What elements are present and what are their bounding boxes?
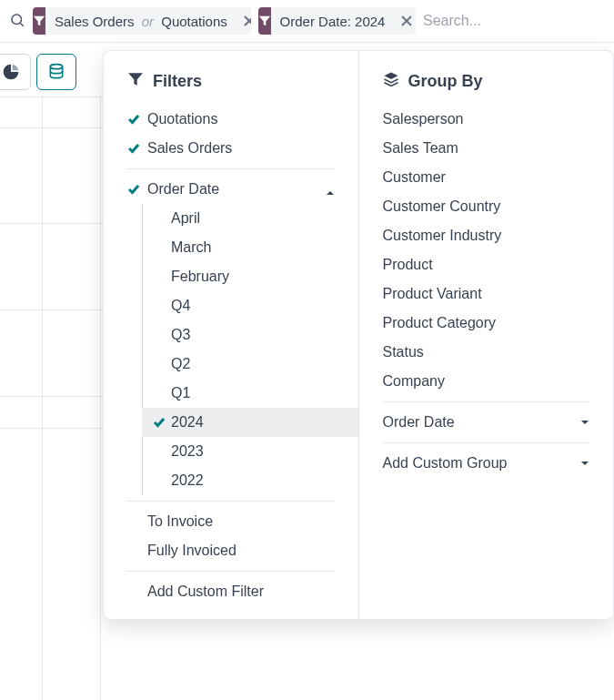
- filter-to-invoice[interactable]: To Invoice: [104, 507, 358, 536]
- svg-point-0: [12, 15, 22, 25]
- filter-option-2023[interactable]: 2023: [142, 437, 358, 466]
- group-salesperson[interactable]: Salesperson: [359, 105, 614, 134]
- facet-label: Sales Orders or Quotations: [45, 14, 237, 29]
- close-icon[interactable]: [394, 7, 416, 35]
- check-icon: [127, 114, 140, 125]
- facet-label: Order Date: 2024: [271, 14, 395, 29]
- view-pie-button[interactable]: [0, 54, 31, 90]
- group-sales-team[interactable]: Sales Team: [359, 134, 614, 163]
- search-panel: Filters Quotations Sales Orders Order Da…: [103, 50, 614, 620]
- facet-sales-quotations[interactable]: Sales Orders or Quotations: [33, 7, 251, 35]
- view-pivot-button[interactable]: [36, 54, 76, 90]
- group-customer-country[interactable]: Customer Country: [359, 192, 614, 221]
- check-icon: [127, 143, 140, 154]
- filter-option-2022[interactable]: 2022: [142, 466, 358, 495]
- close-icon[interactable]: [237, 7, 251, 35]
- group-customer[interactable]: Customer: [359, 163, 614, 192]
- filter-order-date[interactable]: Order Date: [104, 175, 358, 204]
- filter-option-q4[interactable]: Q4: [142, 291, 358, 320]
- filters-heading: Filters: [104, 60, 358, 105]
- svg-point-6: [50, 65, 62, 69]
- filter-option-2024[interactable]: 2024: [142, 408, 358, 437]
- caret-up-icon: [326, 185, 335, 194]
- group-customer-industry[interactable]: Customer Industry: [359, 221, 614, 250]
- filter-icon: [33, 7, 45, 35]
- search-input[interactable]: [423, 13, 605, 29]
- group-order-date[interactable]: Order Date: [359, 408, 614, 437]
- group-by-column: Group By Salesperson Sales Team Customer…: [359, 51, 614, 619]
- check-icon: [127, 184, 140, 195]
- layers-icon: [383, 71, 399, 92]
- order-date-options: April March February Q4 Q3 Q2 Q1 2024 20…: [142, 204, 358, 495]
- add-custom-group[interactable]: Add Custom Group: [359, 449, 614, 478]
- filter-option-q2[interactable]: Q2: [142, 350, 358, 379]
- check-icon: [153, 417, 166, 428]
- group-product[interactable]: Product: [359, 250, 614, 279]
- filter-option-q3[interactable]: Q3: [142, 320, 358, 350]
- svg-line-1: [20, 23, 23, 25]
- facet-order-date[interactable]: Order Date: 2024: [258, 7, 416, 35]
- filter-sales-orders[interactable]: Sales Orders: [104, 134, 358, 163]
- search-icon: [9, 12, 25, 31]
- caret-down-icon: [580, 455, 589, 472]
- searchbar: Sales Orders or Quotations Order Date: 2…: [0, 0, 614, 43]
- group-product-variant[interactable]: Product Variant: [359, 279, 614, 309]
- filter-option-march[interactable]: March: [142, 233, 358, 262]
- group-company[interactable]: Company: [359, 367, 614, 396]
- filter-option-q1[interactable]: Q1: [142, 379, 358, 408]
- group-product-category[interactable]: Product Category: [359, 309, 614, 338]
- filter-icon: [258, 7, 271, 35]
- group-status[interactable]: Status: [359, 338, 614, 367]
- caret-down-icon: [580, 414, 589, 431]
- filter-fully-invoiced[interactable]: Fully Invoiced: [104, 536, 358, 565]
- filter-icon: [127, 71, 144, 92]
- add-custom-filter[interactable]: Add Custom Filter: [104, 577, 358, 606]
- filter-quotations[interactable]: Quotations: [104, 105, 358, 134]
- group-by-heading: Group By: [359, 60, 614, 105]
- filter-option-april[interactable]: April: [142, 204, 358, 233]
- filters-column: Filters Quotations Sales Orders Order Da…: [104, 51, 359, 619]
- filter-option-february[interactable]: February: [142, 262, 358, 291]
